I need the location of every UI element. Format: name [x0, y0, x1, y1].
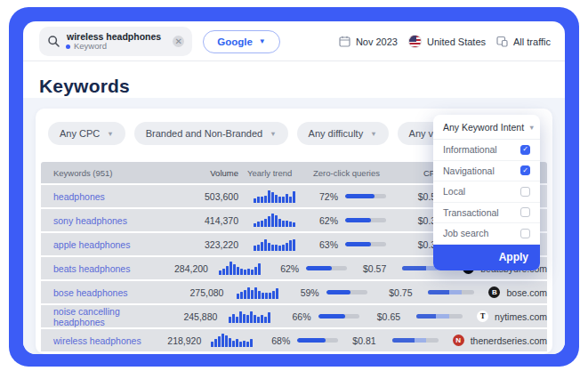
domain-favicon: T [477, 311, 488, 322]
column-header-3[interactable]: Zero-click queries [313, 168, 395, 178]
app-window: wireless headphones Keyword ✕ Google ▼ [23, 21, 565, 354]
organic-vs-paid-bar [416, 314, 463, 319]
volume-cell: 245,880 [172, 311, 217, 322]
keyword-link[interactable]: sony headphones [53, 215, 127, 226]
cpc-cell: $0.75 [373, 287, 412, 298]
intent-option-local[interactable]: Local [433, 181, 540, 203]
zero-click-percent: 59% [294, 287, 319, 298]
keyword-link[interactable]: headphones [53, 191, 105, 202]
intent-option-transactional[interactable]: Transactional [433, 203, 540, 224]
keyword-link[interactable]: noise cancelling headphones [53, 306, 120, 327]
domain-link[interactable]: nytimes.com [495, 311, 547, 322]
keyword-cell: sony headphones [53, 215, 187, 226]
organic-vs-paid-cell [428, 290, 474, 294]
search-icon [47, 35, 60, 48]
zero-click-percent: 62% [274, 263, 299, 274]
country-selector[interactable]: United States [408, 35, 486, 48]
zero-click-bar [318, 314, 359, 319]
calendar-icon [339, 36, 350, 47]
zero-click-bar-fill [306, 266, 332, 270]
organic-segment [428, 290, 448, 294]
yearly-trend-chart [254, 214, 295, 227]
table-row: wireless headphones218,92068%$0.81Nthene… [41, 327, 547, 351]
keyword-link[interactable]: apple headphones [53, 239, 130, 250]
keyword-cell: bose headphones [53, 287, 176, 298]
zero-click-cell: 63% [313, 239, 395, 250]
organic-vs-paid-bar [392, 338, 439, 343]
column-header-0[interactable]: Keywords (951) [53, 168, 187, 178]
intent-option-label: Navigational [443, 165, 495, 176]
column-header-1[interactable]: Volume [187, 168, 238, 178]
cpc-cell: $0.57 [350, 263, 386, 274]
trend-cell [247, 190, 301, 203]
paid-segment [449, 290, 463, 294]
intent-option-navigational[interactable]: Navigational✓ [433, 161, 540, 182]
zero-click-bar-fill [318, 314, 345, 319]
volume-cell: 218,920 [160, 335, 201, 346]
apply-button[interactable]: Apply [433, 245, 540, 270]
domain-link[interactable]: bose.com [506, 287, 547, 298]
zero-click-cell: 62% [274, 263, 347, 274]
search-engine-dropdown[interactable]: Google ▼ [203, 30, 280, 53]
column-header-2[interactable]: Yearly trend [247, 168, 301, 178]
checkbox-unchecked-icon[interactable] [520, 187, 530, 197]
domain-cell: Nthenerdseries.com [453, 335, 547, 346]
domain-cell: Bbose.com [488, 286, 547, 298]
search-type-label: Keyword [67, 42, 161, 52]
domain-link[interactable]: thenerdseries.com [471, 335, 547, 346]
yearly-trend-chart [237, 286, 278, 299]
traffic-selector[interactable]: All traffic [496, 36, 551, 47]
filter-pill-0[interactable]: Any CPC▼ [48, 122, 125, 145]
zero-click-cell: 68% [265, 335, 338, 346]
chevron-down-icon: ▼ [259, 37, 266, 45]
blue-frame: wireless headphones Keyword ✕ Google ▼ [9, 7, 579, 367]
keyword-link[interactable]: beats headphones [53, 263, 130, 274]
keyword-link[interactable]: bose headphones [53, 287, 128, 298]
checkbox-unchecked-icon[interactable] [520, 207, 530, 217]
checkbox-checked-icon[interactable]: ✓ [520, 165, 530, 175]
intent-option-label: Local [443, 186, 465, 197]
trend-cell [247, 238, 301, 251]
keyword-intent-dropdown: Any Keyword Intent ▼ Informational✓Navig… [433, 115, 540, 270]
organic-vs-paid-bar [428, 290, 474, 294]
organic-segment [416, 314, 436, 319]
paid-segment [415, 338, 427, 343]
zero-click-bar-fill [326, 290, 350, 294]
zero-click-cell: 59% [294, 287, 370, 298]
chevron-down-icon: ▼ [270, 130, 276, 138]
domain-favicon: B [488, 286, 500, 298]
zero-click-bar [326, 290, 367, 294]
intent-options-list: Informational✓Navigational✓LocalTransact… [433, 140, 540, 245]
top-bar: wireless headphones Keyword ✕ Google ▼ [23, 21, 565, 60]
keyword-search-box[interactable]: wireless headphones Keyword ✕ [39, 27, 192, 56]
checkbox-checked-icon[interactable]: ✓ [520, 145, 530, 155]
domain-cell: Tnytimes.com [477, 311, 547, 322]
date-selector[interactable]: Nov 2023 [339, 36, 398, 47]
keyword-dot-icon [66, 44, 70, 49]
keyword-intent-trigger[interactable]: Any Keyword Intent ▼ [433, 115, 540, 140]
us-flag-icon [408, 35, 422, 48]
chevron-down-icon: ▼ [528, 124, 535, 132]
zero-click-bar-fill [345, 218, 371, 222]
table-row: noise cancelling headphones245,88066%$0.… [41, 303, 547, 327]
cpc-cell: $0.81 [342, 335, 375, 346]
keyword-cell: beats headphones [53, 263, 165, 274]
intent-option-informational[interactable]: Informational✓ [433, 140, 540, 161]
chevron-down-icon: ▼ [370, 130, 376, 138]
filter-pill-2[interactable]: Any difficulty▼ [297, 122, 389, 145]
zero-click-bar [297, 338, 338, 343]
screenshot-background: wireless headphones Keyword ✕ Google ▼ [0, 0, 588, 371]
intent-option-job-search[interactable]: Job search [433, 223, 540, 245]
checkbox-unchecked-icon[interactable] [520, 229, 530, 238]
devices-icon [496, 36, 508, 47]
filter-pill-1[interactable]: Branded and Non-Branded▼ [134, 122, 288, 145]
zero-click-bar [345, 218, 386, 222]
organic-vs-paid-cell [416, 314, 463, 319]
domain-favicon: N [453, 335, 464, 346]
filter-pill-label: Any difficulty [309, 128, 364, 139]
clear-search-icon[interactable]: ✕ [173, 36, 184, 47]
volume-cell: 323,220 [187, 239, 238, 250]
yearly-trend-chart [254, 190, 295, 203]
zero-click-cell: 66% [286, 311, 359, 322]
keyword-link[interactable]: wireless headphones [53, 335, 141, 346]
